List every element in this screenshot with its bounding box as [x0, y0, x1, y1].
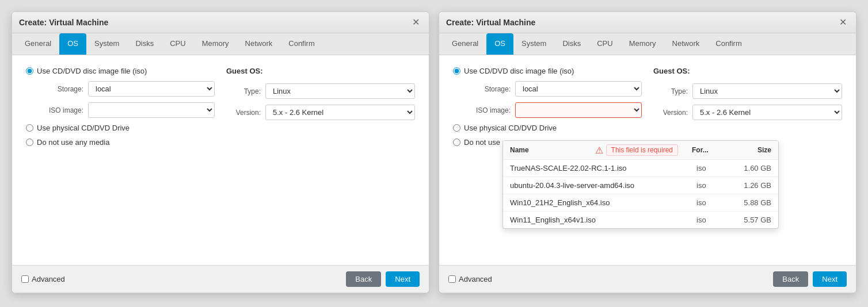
right-back-button[interactable]: Back [773, 271, 808, 287]
dropdown-item-0[interactable]: TrueNAS-SCALE-22.02-RC.1-1.iso iso 1.60 … [503, 160, 778, 177]
right-use-cdrom-label: Use CD/DVD disc image file (iso) [464, 67, 574, 75]
right-tab-cpu[interactable]: CPU [589, 33, 620, 55]
right-tab-os[interactable]: OS [486, 33, 513, 55]
dropdown-format-col: For... [692, 146, 726, 154]
right-iso-label: ISO image: [465, 106, 511, 114]
left-version-label: Version: [226, 109, 261, 117]
left-dialog-header: Create: Virtual Machine ✕ [12, 12, 429, 33]
right-physical-radio[interactable]: Use physical CD/DVD Drive [453, 124, 642, 132]
left-tab-system[interactable]: System [86, 33, 127, 55]
required-badge: ⚠ This field is required [595, 144, 678, 156]
left-no-media-radio[interactable]: Do not use any media [26, 138, 215, 147]
left-guest-os-label: Guest OS: [226, 67, 415, 75]
required-text: This field is required [606, 144, 678, 156]
left-radio-group: Use CD/DVD disc image file (iso) Storage… [26, 67, 215, 147]
left-advanced-checkbox[interactable] [21, 275, 29, 283]
left-type-row: Type: Linux [226, 83, 415, 99]
left-version-row: Version: 5.x - 2.6 Kernel [226, 105, 415, 120]
dropdown-item-2-format: iso [696, 198, 731, 207]
left-tab-network[interactable]: Network [237, 33, 281, 55]
left-tab-confirm[interactable]: Confirm [280, 33, 323, 55]
left-type-label: Type: [226, 87, 261, 95]
right-tab-memory[interactable]: Memory [621, 33, 664, 55]
left-iso-row: ISO image: [37, 102, 215, 118]
right-radio-group: Use CD/DVD disc image file (iso) Storage… [453, 67, 642, 147]
dropdown-item-1-format: iso [696, 181, 731, 190]
left-physical-input[interactable] [26, 124, 33, 132]
right-type-select[interactable]: Linux [692, 83, 842, 99]
right-tab-disks[interactable]: Disks [554, 33, 589, 55]
left-next-button[interactable]: Next [386, 271, 420, 287]
right-use-cdrom-input[interactable] [453, 67, 460, 75]
left-tabs: General OS System Disks CPU Memory Netwo… [12, 33, 429, 55]
right-storage-select[interactable]: local [515, 81, 642, 97]
right-advanced-text: Advanced [459, 275, 492, 283]
dropdown-item-0-size: 1.60 GB [731, 164, 771, 172]
right-storage-label: Storage: [465, 85, 511, 93]
dropdown-item-3[interactable]: Win11_English_x64v1.iso iso 5.57 GB [503, 212, 778, 228]
left-physical-label: Use physical CD/DVD Drive [37, 124, 130, 132]
right-iso-row: ISO image: [465, 102, 642, 118]
left-iso-select[interactable] [88, 102, 215, 118]
right-physical-label: Use physical CD/DVD Drive [464, 124, 557, 132]
dropdown-item-1-name: ubuntu-20.04.3-live-server-amd64.iso [510, 181, 696, 190]
left-physical-radio[interactable]: Use physical CD/DVD Drive [26, 124, 215, 132]
right-tab-system[interactable]: System [513, 33, 554, 55]
right-guest-os-label: Guest OS: [653, 67, 842, 75]
dropdown-item-3-format: iso [696, 216, 731, 224]
right-dialog-body: Use CD/DVD disc image file (iso) Storage… [439, 55, 856, 265]
left-advanced-text: Advanced [32, 275, 65, 283]
iso-dropdown-popup: Name ⚠ This field is required For... Siz… [502, 140, 779, 229]
right-storage-row: Storage: local [465, 81, 642, 97]
left-back-button[interactable]: Back [346, 271, 381, 287]
right-no-media-input[interactable] [453, 139, 460, 146]
left-create-vm-dialog: Create: Virtual Machine ✕ General OS Sys… [12, 11, 429, 293]
right-dialog-header: Create: Virtual Machine ✕ [439, 12, 856, 33]
right-tab-network[interactable]: Network [664, 33, 708, 55]
left-tab-disks[interactable]: Disks [127, 33, 162, 55]
right-next-button[interactable]: Next [813, 271, 847, 287]
left-storage-select[interactable]: local [88, 81, 215, 97]
left-advanced-label[interactable]: Advanced [21, 275, 65, 283]
left-version-select[interactable]: 5.x - 2.6 Kernel [265, 105, 415, 120]
left-tab-os[interactable]: OS [59, 33, 86, 55]
right-type-row: Type: Linux [653, 83, 842, 99]
right-version-row: Version: 5.x - 2.6 Kernel [653, 105, 842, 120]
right-advanced-checkbox[interactable] [448, 275, 456, 283]
left-dialog-body: Use CD/DVD disc image file (iso) Storage… [12, 55, 429, 265]
left-tab-general[interactable]: General [17, 33, 59, 55]
right-iso-select[interactable] [515, 102, 642, 118]
dropdown-header: Name ⚠ This field is required For... Siz… [503, 141, 778, 160]
dropdown-item-2[interactable]: Win10_21H2_English_x64.iso iso 5.88 GB [503, 194, 778, 212]
right-version-label: Version: [653, 109, 688, 117]
left-type-select[interactable]: Linux [265, 83, 415, 99]
left-no-media-label: Do not use any media [37, 138, 109, 147]
left-use-cdrom-input[interactable] [26, 67, 33, 75]
required-icon: ⚠ [595, 145, 603, 156]
right-advanced-label[interactable]: Advanced [448, 275, 492, 283]
dropdown-item-1[interactable]: ubuntu-20.04.3-live-server-amd64.iso iso… [503, 177, 778, 194]
left-tab-memory[interactable]: Memory [194, 33, 237, 55]
right-dialog-title: Create: Virtual Machine [446, 18, 535, 27]
left-iso-label: ISO image: [37, 106, 83, 114]
dropdown-item-0-name: TrueNAS-SCALE-22.02-RC.1-1.iso [510, 164, 696, 172]
right-tab-confirm[interactable]: Confirm [707, 33, 750, 55]
right-close-button[interactable]: ✕ [837, 17, 849, 28]
left-dialog-title: Create: Virtual Machine [19, 18, 108, 27]
right-physical-input[interactable] [453, 124, 460, 132]
left-tab-cpu[interactable]: CPU [162, 33, 193, 55]
right-tab-general[interactable]: General [444, 33, 486, 55]
left-no-media-input[interactable] [26, 139, 33, 146]
right-dialog-footer: Advanced Back Next [439, 265, 856, 293]
right-create-vm-dialog: Create: Virtual Machine ✕ General OS Sys… [439, 11, 856, 293]
dropdown-item-3-size: 5.57 GB [731, 216, 771, 224]
left-storage-row: Storage: local [37, 81, 215, 97]
right-use-cdrom-radio[interactable]: Use CD/DVD disc image file (iso) [453, 67, 642, 75]
dropdown-size-col: Size [731, 146, 771, 154]
right-type-label: Type: [653, 87, 688, 95]
right-version-select[interactable]: 5.x - 2.6 Kernel [692, 105, 842, 120]
left-use-cdrom-radio[interactable]: Use CD/DVD disc image file (iso) [26, 67, 215, 75]
left-close-button[interactable]: ✕ [410, 17, 422, 28]
left-dialog-footer: Advanced Back Next [12, 265, 429, 293]
left-storage-label: Storage: [37, 85, 83, 93]
